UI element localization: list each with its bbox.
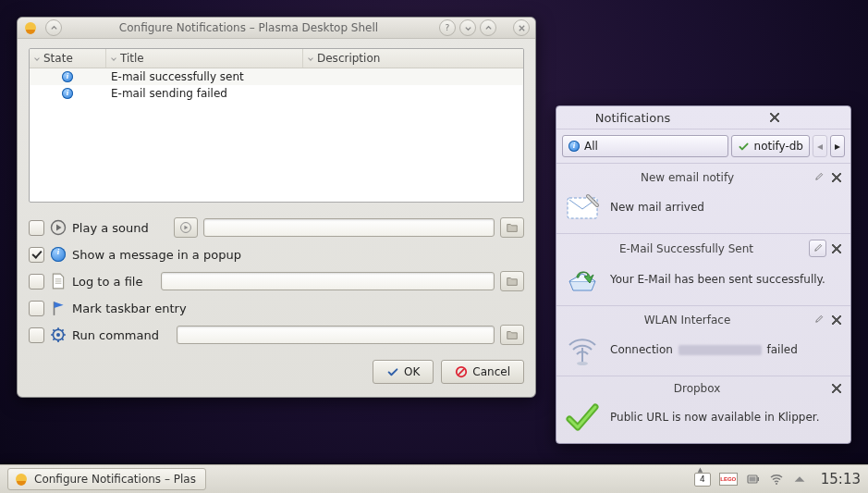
clock[interactable]: 15:13 (821, 471, 861, 487)
wifi-icon (564, 331, 601, 368)
preview-sound-button[interactable] (174, 217, 198, 238)
taskbar-entry[interactable]: Configure Notifications – Plas (7, 468, 206, 490)
tray-app-icon[interactable]: LEGO (719, 473, 738, 486)
taskbar-label: Mark taskbar entry (72, 302, 187, 315)
taskbar-checkbox[interactable] (29, 301, 44, 316)
tray-expand-icon[interactable] (792, 472, 807, 487)
configure-button[interactable] (809, 240, 826, 257)
configure-button[interactable] (811, 312, 826, 327)
notification-title: Dropbox (564, 382, 830, 395)
mail-icon (564, 189, 601, 226)
filter-all-button[interactable]: All (562, 135, 728, 157)
help-button[interactable]: ? (439, 19, 456, 36)
play-icon (50, 219, 67, 236)
svg-point-12 (776, 483, 777, 485)
notification-text: Connection failed (610, 343, 843, 356)
dismiss-button[interactable] (830, 382, 843, 395)
log-path-input[interactable] (161, 272, 495, 290)
dismiss-button[interactable] (830, 314, 843, 327)
text-fragment: failed (764, 343, 798, 356)
mail-sent-icon (564, 261, 601, 298)
svg-point-4 (56, 333, 60, 337)
col-title[interactable]: Title (106, 49, 303, 68)
log-checkbox[interactable] (29, 274, 44, 290)
opt-run-command: Run command (29, 325, 524, 345)
notification-item: E-Mail Successfully Sent Your E-Mail has… (556, 233, 850, 305)
window-title: Configure Notifications – Plasma Desktop… (62, 21, 435, 34)
notification-title: WLAN Interface (564, 314, 811, 327)
notification-text: Public URL is now available in Klipper. (610, 411, 843, 424)
keep-above-button[interactable] (45, 19, 62, 36)
info-icon (62, 88, 73, 99)
opt-taskbar: Mark taskbar entry (29, 300, 524, 316)
browse-sound-button[interactable] (500, 217, 524, 238)
list-header[interactable]: State Title Description (30, 49, 523, 68)
redacted-text (679, 345, 762, 355)
log-label: Log to a file (72, 275, 142, 289)
close-icon[interactable] (703, 111, 845, 124)
dismiss-button[interactable] (830, 171, 843, 184)
flag-icon (50, 300, 67, 316)
notifications-header: Notifications (556, 106, 850, 129)
ok-button[interactable]: OK (373, 360, 434, 384)
filter-bar: All notify-db ◂ ▸ (556, 129, 850, 163)
dismiss-button[interactable] (830, 242, 843, 255)
info-icon (62, 71, 73, 82)
configure-button[interactable] (811, 169, 826, 185)
keyboard-layout-indicator[interactable]: 4 (694, 473, 711, 487)
filter-source-label: notify-db (754, 140, 803, 153)
notifications-title: Notifications (562, 111, 703, 125)
ok-label: OK (404, 365, 420, 378)
svg-rect-11 (749, 477, 755, 482)
cancel-label: Cancel (472, 365, 510, 378)
svg-rect-10 (757, 477, 759, 481)
taskbar: Configure Notifications – Plas 4 LEGO 15… (0, 464, 868, 493)
filter-source-button[interactable]: notify-db (731, 135, 810, 157)
minimize-button[interactable] (459, 19, 476, 36)
svg-point-7 (577, 362, 588, 365)
notification-item: New email notify New mail arrived (556, 163, 850, 233)
browse-log-button[interactable] (500, 271, 524, 291)
table-row[interactable]: E-mail successfully sent (30, 68, 523, 85)
cmd-label: Run command (72, 328, 159, 342)
configure-notifications-window: Configure Notifications – Plasma Desktop… (17, 17, 536, 398)
app-icon (23, 20, 38, 35)
row-title: E-mail successfully sent (105, 69, 301, 84)
text-fragment: Connection (610, 343, 677, 356)
sound-label: Play a sound (72, 221, 149, 235)
sound-path-input[interactable] (203, 218, 495, 237)
dialog-buttons: OK Cancel (29, 360, 524, 384)
filter-all-label: All (584, 140, 598, 153)
window-body: State Title Description E-mail successfu… (18, 39, 535, 397)
popup-label: Show a message in a popup (72, 248, 241, 262)
check-icon (738, 141, 750, 153)
cmd-input[interactable] (177, 326, 495, 344)
filter-next-button[interactable]: ▸ (830, 135, 845, 157)
wifi-icon[interactable] (769, 472, 784, 487)
browse-cmd-button[interactable] (500, 325, 524, 345)
cmd-checkbox[interactable] (29, 327, 44, 343)
filter-prev-button[interactable]: ◂ (813, 135, 827, 157)
info-icon (50, 246, 67, 263)
opt-log: Log to a file (29, 271, 524, 291)
system-tray: 4 LEGO 15:13 (694, 471, 861, 487)
notification-list[interactable]: State Title Description E-mail successfu… (29, 48, 524, 203)
sound-checkbox[interactable] (29, 220, 44, 236)
popup-checkbox[interactable] (29, 247, 44, 263)
notification-item: WLAN Interface Connection failed (556, 305, 850, 376)
cancel-button[interactable]: Cancel (441, 360, 524, 384)
notification-title: E-Mail Successfully Sent (564, 242, 809, 255)
notifications-panel: Notifications All notify-db ◂ ▸ New emai… (556, 105, 851, 444)
opt-play-sound: Play a sound (29, 217, 524, 238)
notification-text: Your E-Mail has been sent successfully. (610, 273, 843, 286)
col-state[interactable]: State (30, 49, 106, 68)
maximize-button[interactable] (480, 19, 496, 36)
battery-icon[interactable] (746, 472, 761, 487)
opt-popup: Show a message in a popup (29, 246, 524, 263)
table-row[interactable]: E-mail sending failed (30, 85, 523, 102)
close-button[interactable] (513, 19, 530, 36)
notification-title: New email notify (564, 171, 811, 184)
col-description[interactable]: Description (303, 49, 523, 68)
titlebar[interactable]: Configure Notifications – Plasma Desktop… (18, 18, 535, 39)
row-title: E-mail sending failed (105, 86, 301, 101)
